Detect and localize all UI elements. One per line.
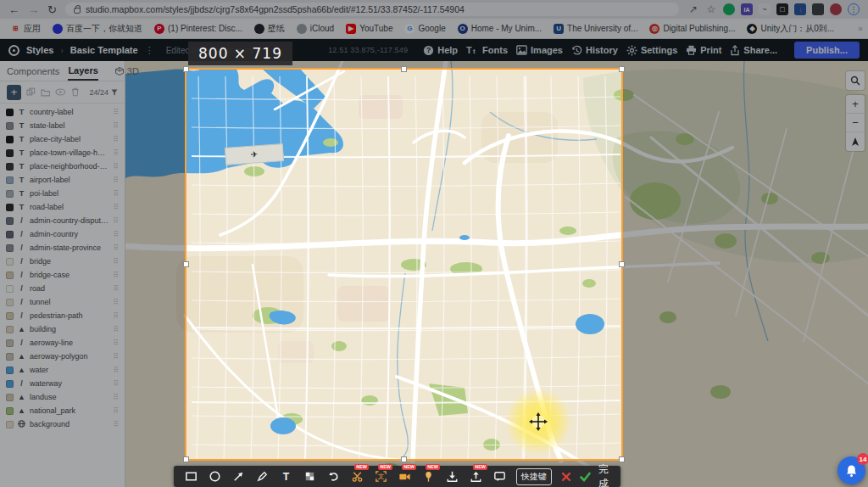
map-canvas[interactable]: ✈ + −	[125, 61, 868, 487]
layer-row-road[interactable]: /road⠿	[0, 282, 125, 295]
layer-row-national_park[interactable]: ▲national_park⠿	[0, 404, 125, 417]
menu-share[interactable]: Share...	[730, 45, 777, 56]
map-search-button[interactable]	[846, 71, 865, 90]
bookmark-item[interactable]: OHome - My Unim...	[458, 24, 542, 34]
tab-components[interactable]: Components	[7, 61, 59, 81]
done-label[interactable]: 完成	[598, 462, 614, 487]
drag-handle-icon[interactable]: ⠿	[113, 299, 119, 306]
bookmarks-overflow-chevron[interactable]: »	[858, 24, 863, 33]
forward-icon[interactable]: →	[28, 4, 39, 15]
mosaic-tool[interactable]	[299, 467, 320, 486]
duplicate-icon[interactable]	[26, 87, 36, 97]
layer-row-state-label[interactable]: Tstate-label⠿	[0, 119, 125, 132]
url-omnibox[interactable]: studio.mapbox.com/styles/jjbdsz/cjrg7s8x…	[65, 3, 679, 16]
layer-row-poi-label[interactable]: Tpoi-label⠿	[0, 187, 125, 200]
drag-handle-icon[interactable]: ⠿	[113, 285, 119, 293]
arrow-tool[interactable]	[228, 467, 248, 486]
drag-handle-icon[interactable]: ⠿	[113, 176, 119, 184]
bookmark-item[interactable]: ⊞应用	[10, 23, 41, 35]
drag-handle-icon[interactable]: ⠿	[113, 326, 119, 333]
layer-row-place-neighborhood-subur[interactable]: Tplace-neighborhood-subur...⠿	[0, 160, 125, 173]
pen-tool[interactable]	[252, 467, 272, 486]
layer-row-country-label[interactable]: Tcountry-label⠿	[0, 105, 125, 119]
ia-extension-icon[interactable]: IA	[741, 3, 753, 15]
bookmark-item[interactable]: ◎Digital Publishing...	[649, 24, 735, 34]
layer-row-pedestrian-path[interactable]: /pedestrian-path⠿	[0, 309, 125, 322]
comment-tool[interactable]	[489, 467, 509, 486]
bookmark-item[interactable]: ◆Unity入门：从0到...	[747, 23, 834, 35]
screenshot-extension-icon[interactable]: □	[776, 3, 788, 15]
layer-row-admin-country[interactable]: /admin-country⠿	[0, 227, 125, 241]
menu-help[interactable]: ?Help	[423, 45, 458, 56]
drag-handle-icon[interactable]: ⠿	[113, 149, 119, 157]
compass-button[interactable]	[846, 132, 865, 151]
back-icon[interactable]: ←	[8, 4, 19, 15]
share-icon[interactable]: ↗	[687, 3, 699, 15]
drag-handle-icon[interactable]: ⠿	[113, 271, 119, 279]
drag-handle-icon[interactable]: ⠿	[113, 163, 119, 171]
drag-handle-icon[interactable]: ⠿	[113, 339, 119, 347]
layer-row-building[interactable]: ▲building⠿	[0, 322, 125, 336]
cancel-capture-button[interactable]	[559, 467, 574, 486]
pin-extension-icon[interactable]	[812, 3, 824, 15]
layer-row-aeroway-line[interactable]: /aeroway-line⠿	[0, 336, 125, 350]
hotkeys-button[interactable]: 快捷键	[516, 468, 552, 485]
visibility-eye-icon[interactable]	[55, 88, 65, 96]
drag-handle-icon[interactable]: ⠿	[113, 204, 119, 211]
drag-handle-icon[interactable]: ⠿	[113, 407, 119, 415]
menu-fonts[interactable]: TtFonts	[466, 45, 508, 55]
crop-tool[interactable]: NEW	[347, 467, 367, 486]
drag-handle-icon[interactable]: ⠿	[113, 312, 119, 320]
layer-row-bridge-case[interactable]: /bridge-case⠿	[0, 268, 125, 282]
drag-handle-icon[interactable]: ⠿	[113, 394, 119, 401]
drag-handle-icon[interactable]: ⠿	[113, 353, 119, 361]
bookmark-item[interactable]: GGoogle	[404, 24, 445, 34]
layer-row-background[interactable]: background⠿	[0, 417, 125, 431]
tab-3d[interactable]: 3D	[115, 61, 139, 81]
idm-extension-icon[interactable]: ↓	[794, 3, 806, 15]
drag-handle-icon[interactable]: ⠿	[113, 231, 119, 238]
pin-tool[interactable]: NEW	[418, 467, 438, 486]
drag-handle-icon[interactable]: ⠿	[113, 258, 119, 266]
drag-handle-icon[interactable]: ⠿	[113, 122, 119, 130]
layer-row-aeroway-polygon[interactable]: ▲aeroway-polygon⠿	[0, 350, 125, 363]
zoom-in-button[interactable]: +	[846, 95, 865, 114]
ocr-tool[interactable]: 文NEW	[370, 467, 391, 486]
drag-handle-icon[interactable]: ⠿	[113, 244, 119, 252]
bookmark-item[interactable]: ▶YouTube	[346, 24, 392, 34]
layer-row-place-city-label[interactable]: Tplace-city-label⠿	[0, 132, 125, 146]
menu-images[interactable]: Images	[516, 45, 563, 55]
drag-handle-icon[interactable]: ⠿	[113, 380, 119, 388]
bookmark-item[interactable]: P(1) Pinterest: Disc...	[154, 24, 242, 34]
ellipse-tool[interactable]	[204, 467, 225, 486]
style-menu-icon[interactable]: ⋮	[145, 45, 154, 56]
bookmark-star-icon[interactable]: ☆	[705, 3, 717, 15]
layer-row-waterway[interactable]: /waterway⠿	[0, 377, 125, 390]
drag-handle-icon[interactable]: ⠿	[113, 367, 119, 374]
grammarly-extension-icon[interactable]	[723, 3, 735, 15]
add-layer-button[interactable]: +	[7, 85, 21, 100]
drag-handle-icon[interactable]: ⠿	[113, 421, 119, 428]
group-folder-icon[interactable]	[41, 88, 51, 97]
drag-handle-icon[interactable]: ⠿	[113, 109, 119, 116]
chat-fab-button[interactable]: 14	[837, 456, 865, 484]
layer-row-road-label[interactable]: Troad-label⠿	[0, 200, 125, 214]
layer-row-admin-state-province[interactable]: /admin-state-province⠿	[0, 241, 125, 255]
breadcrumb-styles[interactable]: Styles	[26, 45, 53, 55]
menu-history[interactable]: History	[571, 45, 618, 56]
layer-row-admin-country-disputed[interactable]: /admin-country-disputed⠿	[0, 214, 125, 227]
bookmark-item[interactable]: UThe University of...	[554, 24, 637, 34]
layer-row-place-town-village-hamlet-l[interactable]: Tplace-town-village-hamlet-l...⠿	[0, 146, 125, 160]
zoom-out-button[interactable]: −	[846, 114, 865, 132]
record-tool[interactable]: NEW	[394, 467, 415, 486]
upload-tool[interactable]: NEW	[465, 467, 486, 486]
layer-filter-button[interactable]: 24/24	[89, 88, 118, 97]
confirm-capture-button[interactable]	[577, 467, 593, 486]
menu-settings[interactable]: Settings	[626, 45, 677, 56]
undo-tool[interactable]	[323, 467, 343, 486]
text-tool[interactable]: T	[275, 467, 296, 486]
profile-avatar[interactable]	[830, 3, 842, 15]
drag-handle-icon[interactable]: ⠿	[113, 190, 119, 198]
breadcrumb-style-name[interactable]: Basic Template	[70, 45, 138, 55]
layer-row-airport-label[interactable]: Tairport-label⠿	[0, 173, 125, 187]
